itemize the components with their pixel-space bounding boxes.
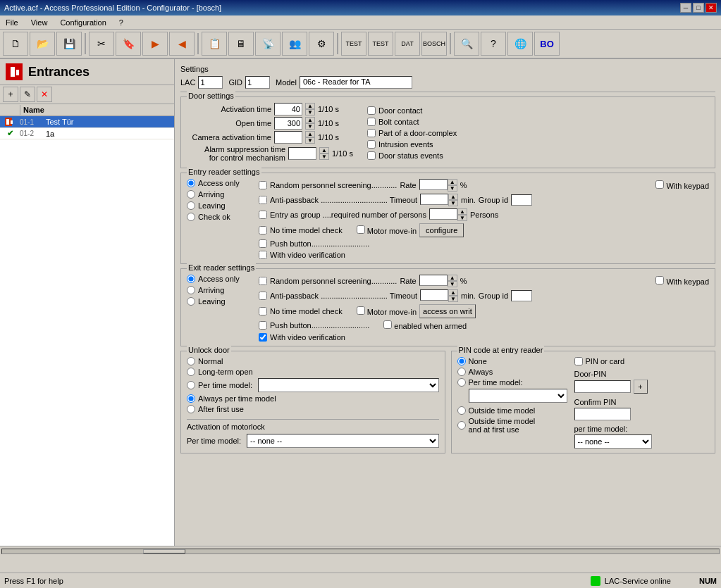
entry-keypad-cb[interactable] <box>655 180 664 189</box>
unlock-afterfirst-radio[interactable] <box>187 405 195 413</box>
pin-pertimemodel-select[interactable] <box>469 389 567 403</box>
gid-input[interactable] <box>245 76 270 89</box>
door-status-cb[interactable] <box>367 151 376 160</box>
entry-persons-input[interactable] <box>429 208 457 220</box>
entry-random-input[interactable] <box>419 179 448 190</box>
entry-timeout-input[interactable] <box>420 194 448 205</box>
pin-always-radio[interactable] <box>457 368 466 376</box>
menu-file[interactable]: File <box>3 18 21 27</box>
edit-button[interactable]: ✎ <box>20 87 35 102</box>
entry-leaving-radio[interactable] <box>187 201 195 210</box>
add-button[interactable]: + <box>3 87 18 102</box>
tree-item-01-2[interactable]: ✔ 01-2 1a <box>0 128 174 139</box>
activation-time-down[interactable]: ▼ <box>305 109 315 115</box>
open-time-up[interactable]: ▲ <box>305 117 315 123</box>
exit-motor-cb[interactable] <box>357 306 365 315</box>
entry-persons-down[interactable]: ▼ <box>457 215 467 221</box>
pin-pertimemodel-radio[interactable] <box>457 378 466 387</box>
exit-groupid-input[interactable] <box>511 290 532 301</box>
toolbar-report[interactable]: 📋 <box>202 32 227 56</box>
toolbar-bo[interactable]: BO <box>534 32 560 56</box>
door-complex-cb[interactable] <box>367 129 376 137</box>
exit-timeout-input[interactable] <box>420 289 448 301</box>
entry-access-only-radio[interactable] <box>187 179 195 187</box>
entry-groupid-input[interactable] <box>511 194 532 206</box>
entry-configure-btn[interactable]: configure <box>419 223 464 237</box>
close-button[interactable]: ✕ <box>705 3 717 13</box>
toolbar-globe[interactable]: 🌐 <box>507 32 533 56</box>
toolbar-open[interactable]: 📂 <box>30 32 55 56</box>
alarm-time-input[interactable] <box>288 147 316 160</box>
entry-random-up[interactable]: ▲ <box>448 179 457 185</box>
entry-random-down[interactable]: ▼ <box>448 185 457 192</box>
door-contact-cb[interactable] <box>367 106 376 115</box>
entry-random-cb[interactable] <box>259 181 267 189</box>
toolbar-cut[interactable]: ✂ <box>89 32 114 56</box>
toolbar-test2[interactable]: TEST <box>368 32 393 56</box>
pin-or-card-cb[interactable] <box>574 357 583 365</box>
unlock-always-radio[interactable] <box>187 394 195 403</box>
exit-arriving-radio[interactable] <box>187 286 195 294</box>
intrusion-events-cb[interactable] <box>367 140 376 149</box>
toolbar-monitor[interactable]: 🖥 <box>228 32 254 56</box>
activation-time-input[interactable] <box>274 103 302 115</box>
menu-configuration[interactable]: Configuration <box>57 18 109 27</box>
confirm-pin-input[interactable] <box>574 408 631 420</box>
exit-keypad-cb[interactable] <box>655 276 664 284</box>
pin-outside-radio[interactable] <box>457 406 466 415</box>
lac-input[interactable] <box>198 76 223 89</box>
exit-timeout-up[interactable]: ▲ <box>448 289 458 296</box>
exit-video-cb[interactable] <box>259 333 267 342</box>
entry-motor-cb[interactable] <box>357 225 365 234</box>
delete-button[interactable]: ✕ <box>37 87 52 102</box>
exit-random-input[interactable] <box>419 275 448 286</box>
pin-outside-first-radio[interactable] <box>457 421 466 430</box>
toolbar-new[interactable]: 🗋 <box>3 32 28 56</box>
entry-pushbutton-cb[interactable] <box>259 239 267 248</box>
bolt-contact-cb[interactable] <box>367 118 376 126</box>
menu-help[interactable]: ? <box>116 18 126 27</box>
alarm-time-down[interactable]: ▼ <box>319 154 329 160</box>
unlock-pertimemodel-radio[interactable] <box>187 381 195 389</box>
entry-timeout-up[interactable]: ▲ <box>448 194 458 200</box>
pin-none-radio[interactable] <box>457 357 466 365</box>
menu-view[interactable]: View <box>28 18 51 27</box>
entry-group-cb[interactable] <box>259 211 267 219</box>
unlock-longterm-radio[interactable] <box>187 368 195 376</box>
entry-video-cb[interactable] <box>259 251 267 259</box>
toolbar-signal[interactable]: 📡 <box>255 32 281 56</box>
toolbar-arrow-left[interactable]: ◀ <box>169 32 195 56</box>
camera-time-input[interactable] <box>274 131 302 144</box>
exit-random-down[interactable]: ▼ <box>448 281 457 287</box>
exit-antipassback-cb[interactable] <box>259 292 267 300</box>
entry-antipassback-cb[interactable] <box>259 196 267 204</box>
open-time-input[interactable] <box>274 117 302 130</box>
entry-checkok-radio[interactable] <box>187 213 195 221</box>
scrollbar-horizontal[interactable] <box>0 546 721 556</box>
motorlock-select[interactable]: -- none -- <box>247 434 438 448</box>
entry-notimemodel-cb[interactable] <box>259 226 267 234</box>
toolbar-test1[interactable]: TEST <box>341 32 366 56</box>
entry-timeout-down[interactable]: ▼ <box>448 200 458 206</box>
door-pin-btn[interactable]: + <box>634 380 648 394</box>
exit-random-up[interactable]: ▲ <box>448 275 457 281</box>
toolbar-search[interactable]: 🔍 <box>454 32 479 56</box>
toolbar-save[interactable]: 💾 <box>56 32 82 56</box>
alarm-time-up[interactable]: ▲ <box>319 147 329 154</box>
access-on-writ-btn[interactable]: access on writ <box>419 304 476 318</box>
activation-time-up[interactable]: ▲ <box>305 103 315 109</box>
camera-time-down[interactable]: ▼ <box>305 137 315 144</box>
open-time-down[interactable]: ▼ <box>305 123 315 130</box>
toolbar-arrow-right[interactable]: ▶ <box>142 32 168 56</box>
exit-notimemodel-cb[interactable] <box>259 307 267 315</box>
exit-pushbutton-cb[interactable] <box>259 321 267 330</box>
exit-random-cb[interactable] <box>259 277 267 285</box>
toolbar-help[interactable]: ? <box>481 32 506 56</box>
minimize-button[interactable]: ─ <box>680 3 691 13</box>
unlock-pertimemodel-select[interactable] <box>258 378 438 392</box>
tree-item-01-1[interactable]: 01-1 Test Tür <box>0 116 174 128</box>
toolbar-data[interactable]: DAT <box>395 32 420 56</box>
exit-enabledarmed-cb[interactable] <box>383 320 392 329</box>
camera-time-up[interactable]: ▲ <box>305 131 315 137</box>
toolbar-bosch[interactable]: BOSCH <box>421 32 447 56</box>
